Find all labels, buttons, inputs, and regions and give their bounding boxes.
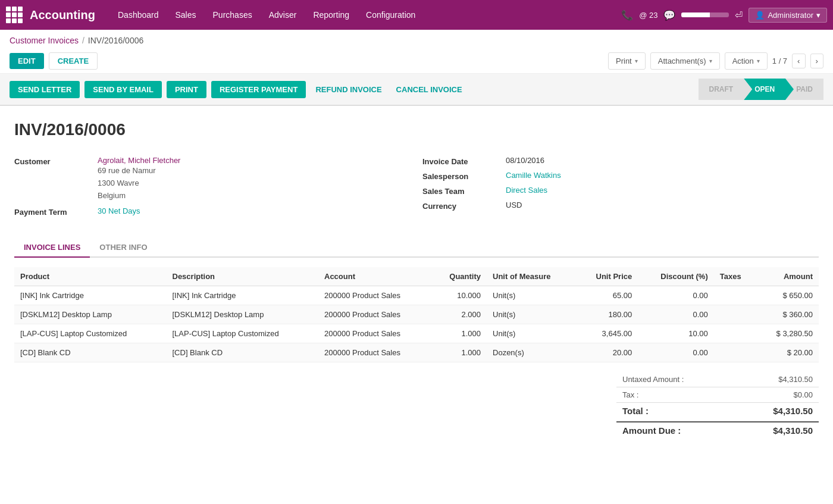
phone-icon[interactable]: 📞 xyxy=(621,10,633,21)
amount-due-value: $4,310.50 xyxy=(753,425,813,436)
breadcrumb-current: INV/2016/0006 xyxy=(88,36,143,45)
col-quantity: Quantity xyxy=(431,267,487,286)
invoice-number: INV/2016/0006 xyxy=(14,120,819,139)
tax-value: $0.00 xyxy=(753,390,813,399)
nav-adviser[interactable]: Adviser xyxy=(261,0,305,30)
col-uom: Unit of Measure xyxy=(487,267,577,286)
cell-product: [DSKLM12] Desktop Lamp xyxy=(14,305,167,324)
table-row: [CD] Blank CD[CD] Blank CD200000 Product… xyxy=(14,343,819,362)
cell-amount: $ 20.00 xyxy=(756,343,819,362)
apps-grid-icon[interactable] xyxy=(6,7,23,23)
cell-discount: 0.00 xyxy=(638,343,714,362)
attachments-button[interactable]: Attachment(s) ▾ xyxy=(650,52,720,70)
customer-label: Customer xyxy=(14,156,98,166)
address-line2: 1300 Wavre xyxy=(98,177,180,190)
login-icon[interactable]: ⏎ xyxy=(735,10,743,21)
top-nav: Accounting Dashboard Sales Purchases Adv… xyxy=(0,0,833,30)
cell-taxes xyxy=(714,324,757,343)
cell-product: [CD] Blank CD xyxy=(14,343,167,362)
form-right: Invoice Date 08/10/2016 Salesperson Cami… xyxy=(422,156,819,221)
pager-prev[interactable]: ‹ xyxy=(792,54,805,68)
cell-amount: $ 650.00 xyxy=(756,286,819,305)
main-content: INV/2016/0006 Customer Agrolait, Michel … xyxy=(0,106,833,462)
toolbar: EDIT CREATE Print ▾ Attachment(s) ▾ Acti… xyxy=(0,49,833,74)
print-button[interactable]: Print ▾ xyxy=(608,52,646,70)
nav-reporting[interactable]: Reporting xyxy=(305,0,358,30)
create-button[interactable]: CREATE xyxy=(49,52,98,70)
table-row: [DSKLM12] Desktop Lamp[DSKLM12] Desktop … xyxy=(14,305,819,324)
register-payment-button[interactable]: REGISTER PAYMENT xyxy=(211,81,306,98)
breadcrumb: Customer Invoices / INV/2016/0006 xyxy=(0,30,833,49)
cell-description: [LAP-CUS] Laptop Customized xyxy=(167,324,319,343)
payment-term-field: Payment Term 30 Net Days xyxy=(14,206,411,217)
invoice-form: Customer Agrolait, Michel Fletcher 69 ru… xyxy=(14,156,819,221)
nav-sales[interactable]: Sales xyxy=(167,0,205,30)
customer-field: Customer Agrolait, Michel Fletcher 69 ru… xyxy=(14,156,411,202)
invoice-date-value: 08/10/2016 xyxy=(506,156,544,165)
cell-discount: 0.00 xyxy=(638,305,714,324)
chat-icon[interactable]: 💬 xyxy=(663,10,675,21)
cell-account: 200000 Product Sales xyxy=(318,286,431,305)
total-value: $4,310.50 xyxy=(753,406,813,416)
currency-label: Currency xyxy=(422,201,506,211)
action-dropdown-arrow: ▾ xyxy=(757,58,760,64)
send-letter-button[interactable]: SEND LETTER xyxy=(10,81,80,98)
salesperson-value[interactable]: Camille Watkins xyxy=(506,171,561,180)
cell-quantity: 1.000 xyxy=(431,324,487,343)
sales-team-field: Sales Team Direct Sales xyxy=(422,186,819,196)
status-pipeline: DRAFT OPEN PAID xyxy=(699,79,823,100)
cell-unit_of_measure: Dozen(s) xyxy=(487,343,577,362)
cell-taxes xyxy=(714,305,757,324)
status-draft: DRAFT xyxy=(699,79,744,100)
nav-configuration[interactable]: Configuration xyxy=(358,0,424,30)
cell-discount: 10.00 xyxy=(638,324,714,343)
table-row: [INK] Ink Cartridge[INK] Ink Cartridge20… xyxy=(14,286,819,305)
breadcrumb-parent[interactable]: Customer Invoices xyxy=(10,36,79,45)
cell-description: [CD] Blank CD xyxy=(167,343,319,362)
edit-button[interactable]: EDIT xyxy=(10,53,44,69)
notification-badge[interactable]: @ 23 xyxy=(639,11,657,20)
untaxed-label: Untaxed Amount : xyxy=(622,375,684,384)
topnav-right: 📞 @ 23 💬 ⏎ 👤 Administrator ▾ xyxy=(621,8,827,23)
invoice-date-field: Invoice Date 08/10/2016 xyxy=(422,156,819,166)
payment-term-value[interactable]: 30 Net Days xyxy=(98,206,140,215)
admin-label: Administrator xyxy=(768,11,813,20)
action-bar: SEND LETTER SEND BY EMAIL PRINT REGISTER… xyxy=(0,74,833,106)
nav-dashboard[interactable]: Dashboard xyxy=(109,0,167,30)
col-discount: Discount (%) xyxy=(638,267,714,286)
cell-description: [INK] Ink Cartridge xyxy=(167,286,319,305)
totals-table: Untaxed Amount : $4,310.50 Tax : $0.00 T… xyxy=(616,372,819,439)
admin-menu[interactable]: 👤 Administrator ▾ xyxy=(749,8,827,23)
pager-next[interactable]: › xyxy=(810,54,823,68)
nav-purchases[interactable]: Purchases xyxy=(205,0,261,30)
admin-avatar-icon: 👤 xyxy=(755,11,765,20)
tabs-bar: INVOICE LINES OTHER INFO xyxy=(14,238,819,258)
customer-name[interactable]: Agrolait, Michel Fletcher xyxy=(98,156,180,165)
tab-other-info[interactable]: OTHER INFO xyxy=(90,238,156,258)
address-line3: Belgium xyxy=(98,190,180,202)
cell-quantity: 1.000 xyxy=(431,343,487,362)
pager: 1 / 7 ‹ › xyxy=(772,54,823,68)
send-email-button[interactable]: SEND BY EMAIL xyxy=(84,81,162,98)
cell-account: 200000 Product Sales xyxy=(318,324,431,343)
sales-team-value[interactable]: Direct Sales xyxy=(506,186,547,195)
col-account: Account xyxy=(318,267,431,286)
untaxed-row: Untaxed Amount : $4,310.50 xyxy=(616,372,819,387)
refund-invoice-button[interactable]: REFUND INVOICE xyxy=(311,81,386,98)
top-nav-menu: Dashboard Sales Purchases Adviser Report… xyxy=(109,0,621,30)
attachments-dropdown-arrow: ▾ xyxy=(709,58,712,64)
untaxed-value: $4,310.50 xyxy=(753,375,813,384)
print-action-button[interactable]: PRINT xyxy=(167,81,206,98)
cell-unit_of_measure: Unit(s) xyxy=(487,324,577,343)
salesperson-field: Salesperson Camille Watkins xyxy=(422,171,819,181)
table-row: [LAP-CUS] Laptop Customized[LAP-CUS] Lap… xyxy=(14,324,819,343)
amount-due-row: Amount Due : $4,310.50 xyxy=(616,421,819,439)
cell-description: [DSKLM12] Desktop Lamp xyxy=(167,305,319,324)
cancel-invoice-button[interactable]: CANCEL INVOICE xyxy=(392,81,467,98)
tab-invoice-lines[interactable]: INVOICE LINES xyxy=(14,238,90,258)
cell-taxes xyxy=(714,343,757,362)
progress-bar xyxy=(681,12,729,17)
action-button[interactable]: Action ▾ xyxy=(725,52,768,70)
breadcrumb-separator: / xyxy=(82,36,84,45)
col-product: Product xyxy=(14,267,167,286)
